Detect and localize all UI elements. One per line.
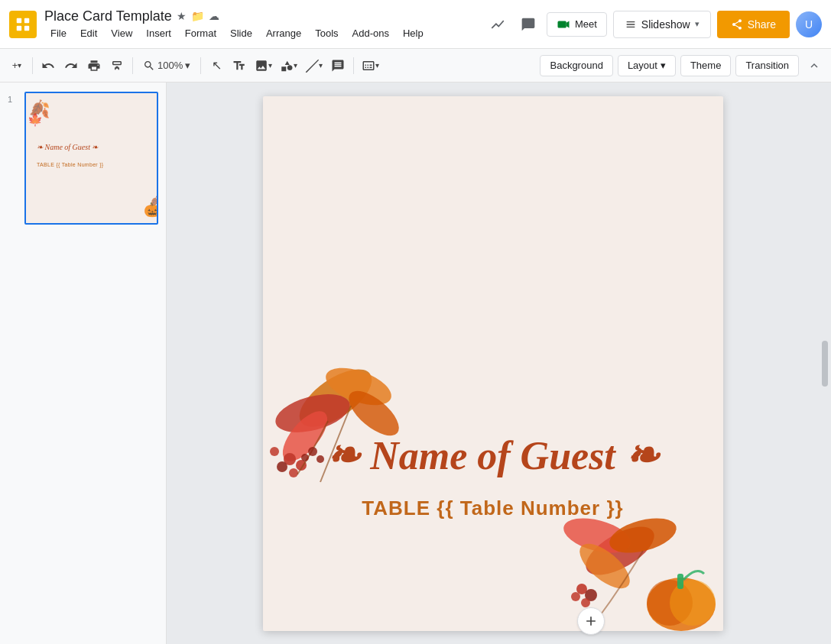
menu-bar: File Edit View Insert Format Slide Arran… [44, 26, 485, 40]
chat-button[interactable] [516, 12, 540, 37]
thumbnail-canvas-1: 🍂 🍁 ❧ Name of Guest ❧ TABLE {{ Table Num… [26, 93, 158, 223]
menu-slide[interactable]: Slide [224, 26, 258, 40]
svg-point-9 [274, 403, 335, 468]
title-area: Place Card Template ★ 📁 ☁ File Edit View… [44, 8, 485, 40]
svg-point-28 [585, 589, 597, 601]
table-number-text[interactable]: TABLE {{ Table Number }} [362, 497, 623, 520]
svg-point-19 [647, 578, 716, 631]
svg-point-14 [289, 468, 298, 477]
line-tool[interactable]: ▾ [302, 54, 326, 77]
svg-point-15 [270, 447, 279, 456]
svg-point-30 [581, 598, 590, 607]
line-arrow: ▾ [319, 61, 323, 70]
topbar-right: Meet Slideshow ▾ Share U [485, 11, 822, 38]
comment-tool[interactable] [327, 54, 349, 77]
svg-point-13 [277, 461, 287, 472]
doc-title-row: Place Card Template ★ 📁 ☁ [44, 8, 485, 24]
analytics-button[interactable] [485, 12, 510, 37]
add-slide-button[interactable] [577, 607, 605, 635]
share-label: Share [748, 18, 776, 31]
undo-button[interactable] [37, 54, 59, 77]
theme-button[interactable]: Theme [680, 55, 731, 76]
canvas-area[interactable]: ❧ Name of Guest ❧ TABLE {{ Table Number … [167, 83, 819, 644]
textbox-tool[interactable] [229, 54, 250, 77]
menu-addons[interactable]: Add-ons [346, 26, 395, 40]
document-title[interactable]: Place Card Template [44, 8, 172, 24]
top-bar: Place Card Template ★ 📁 ☁ File Edit View… [0, 0, 831, 49]
shapes-arrow: ▾ [294, 61, 297, 70]
layout-dropdown[interactable]: Layout ▾ [618, 55, 676, 76]
svg-rect-22 [677, 574, 683, 589]
zoom-dropdown[interactable]: 100% ▾ [138, 54, 196, 77]
image-arrow: ▾ [268, 61, 272, 70]
meet-label: Meet [575, 18, 597, 30]
svg-point-18 [301, 454, 309, 461]
right-scrollbar[interactable] [819, 83, 831, 644]
svg-rect-2 [17, 25, 21, 30]
toolbar-right: Background Layout ▾ Theme Transition [540, 55, 825, 76]
cursor-tool[interactable]: ↖ [206, 54, 227, 77]
slideshow-dropdown-icon: ▾ [695, 19, 700, 29]
menu-edit[interactable]: Edit [74, 26, 103, 40]
collapse-toolbar-button[interactable] [803, 55, 825, 76]
thumb-guest-name: ❧ Name of Guest ❧ [37, 143, 98, 151]
slideshow-button[interactable]: Slideshow ▾ [613, 11, 711, 38]
shapes-tool[interactable]: ▾ [277, 54, 300, 77]
background-button[interactable]: Background [540, 55, 612, 76]
redo-button[interactable] [60, 54, 82, 77]
svg-point-7 [271, 387, 354, 439]
svg-rect-3 [24, 25, 29, 30]
slide-thumbnail-1[interactable]: 1 🍂 🍁 ❧ Name of Guest ❧ TABLE {{ Table N… [5, 89, 161, 228]
slides-panel: 1 🍂 🍁 ❧ Name of Guest ❧ TABLE {{ Table N… [0, 83, 167, 644]
slide-canvas[interactable]: ❧ Name of Guest ❧ TABLE {{ Table Number … [263, 96, 723, 631]
svg-point-26 [572, 536, 636, 596]
guest-name-text[interactable]: ❧ Name of Guest ❧ [326, 432, 659, 478]
toolbar-divider-4 [353, 57, 354, 74]
toolbar: + ▾ 100% ▾ ↖ ▾ ▾ ▾ ▾ [0, 49, 831, 83]
thumb-table-text: TABLE {{ Table Number }} [37, 162, 104, 167]
layout-label: Layout [628, 60, 657, 71]
slide-number-1: 1 [8, 95, 20, 104]
menu-view[interactable]: View [105, 26, 138, 40]
transition-button[interactable]: Transition [735, 55, 799, 76]
layout-arrow: ▾ [661, 60, 666, 71]
menu-tools[interactable]: Tools [309, 26, 344, 40]
zoom-value: 100% [157, 60, 183, 71]
svg-point-8 [320, 360, 395, 412]
print-button[interactable] [83, 54, 105, 77]
svg-rect-1 [24, 18, 29, 22]
transition-label: Transition [745, 60, 789, 71]
zoom-arrow: ▾ [185, 60, 190, 71]
paintformat-button[interactable] [106, 54, 128, 77]
menu-format[interactable]: Format [179, 26, 222, 40]
share-button[interactable]: Share [717, 11, 790, 38]
svg-point-6 [290, 358, 381, 437]
theme-label: Theme [690, 60, 721, 71]
folder-icon: 📁 [191, 10, 204, 22]
menu-help[interactable]: Help [397, 26, 430, 40]
thumb-leaf-br2: 🍂 [149, 196, 158, 208]
svg-point-29 [571, 592, 580, 601]
menu-insert[interactable]: Insert [140, 26, 177, 40]
star-icon[interactable]: ★ [177, 10, 187, 22]
audiodesc-tool[interactable]: ▾ [359, 54, 382, 77]
add-button[interactable]: + ▾ [6, 54, 28, 77]
image-tool[interactable]: ▾ [252, 54, 275, 77]
toolbar-divider-2 [132, 57, 133, 74]
toolbar-divider-3 [200, 57, 201, 74]
meet-button[interactable]: Meet [547, 12, 607, 37]
svg-point-21 [670, 580, 716, 626]
background-label: Background [550, 60, 602, 71]
app-icon [9, 11, 37, 38]
thumbnail-frame-1: 🍂 🍁 ❧ Name of Guest ❧ TABLE {{ Table Num… [24, 92, 158, 225]
user-avatar[interactable]: U [796, 11, 822, 37]
menu-arrange[interactable]: Arrange [260, 26, 307, 40]
slideshow-label: Slideshow [641, 18, 690, 31]
svg-marker-5 [566, 21, 570, 28]
svg-rect-0 [17, 18, 21, 22]
svg-point-12 [296, 460, 307, 471]
menu-file[interactable]: File [44, 26, 73, 40]
svg-point-20 [647, 580, 693, 626]
svg-point-11 [284, 453, 296, 465]
cloud-icon: ☁ [209, 10, 219, 22]
